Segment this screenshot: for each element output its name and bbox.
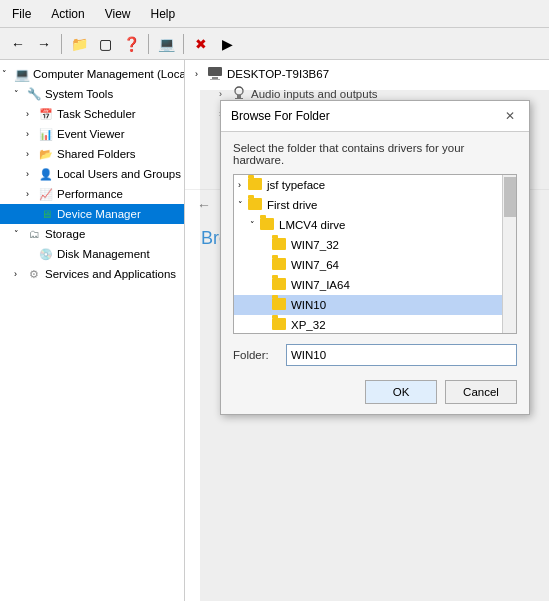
folder-icon-win7-ia64	[272, 278, 288, 292]
tree-item-device-manager[interactable]: 🖥 Device Manager	[0, 204, 184, 224]
delete-button[interactable]: ✖	[189, 32, 213, 56]
toolbar: ← → 📁 ▢ ❓ 💻 ✖ ▶	[0, 28, 549, 60]
tree-label-event-viewer: Event Viewer	[57, 128, 180, 140]
scrollbar[interactable]	[502, 175, 516, 333]
tree-label-storage: Storage	[45, 228, 180, 240]
folder-item-win7-ia64[interactable]: WIN7_IA64	[234, 275, 502, 295]
menu-view[interactable]: View	[101, 5, 135, 23]
dialog-body: Select the folder that contains drivers …	[221, 132, 529, 414]
tree-label-performance: Performance	[57, 188, 180, 200]
run-button[interactable]: ▶	[215, 32, 239, 56]
ok-button[interactable]: OK	[365, 380, 437, 404]
tree-label-system-tools: System Tools	[45, 88, 180, 100]
tree-item-local-users[interactable]: › 👤 Local Users and Groups	[0, 164, 184, 184]
tree-item-performance[interactable]: › 📈 Performance	[0, 184, 184, 204]
scrollbar-thumb[interactable]	[504, 177, 516, 217]
tree-item-disk-management[interactable]: 💿 Disk Management	[0, 244, 184, 264]
tree-label-services: Services and Applications	[45, 268, 180, 280]
tree-item-event-viewer[interactable]: › 📊 Event Viewer	[0, 124, 184, 144]
tree-item-storage[interactable]: ˅ 🗂 Storage	[0, 224, 184, 244]
arrow-task-scheduler: ›	[26, 109, 38, 119]
browse-folder-dialog: Browse For Folder ✕ Select the folder th…	[220, 100, 530, 415]
tree-item-system-tools[interactable]: ˅ 🔧 System Tools	[0, 84, 184, 104]
computer-management-icon: 💻	[14, 66, 30, 82]
tree-label-disk-management: Disk Management	[57, 248, 180, 260]
folder-label-lmcv4: LMCV4 dirve	[279, 219, 345, 231]
folder-label-win10: WIN10	[291, 299, 326, 311]
desktop-icon	[207, 66, 223, 82]
folder-item-first-drive[interactable]: ˅ First drive	[234, 195, 502, 215]
help-button[interactable]: ❓	[119, 32, 143, 56]
tree-label-root: Computer Management (Local)	[33, 68, 185, 80]
folder-icon-xp32	[272, 318, 288, 332]
folder-item-jsf[interactable]: › jsf typeface	[234, 175, 502, 195]
arrow-system-tools: ˅	[14, 89, 26, 99]
folder-item-win10[interactable]: WIN10	[234, 295, 502, 315]
arrow-storage: ˅	[14, 229, 26, 239]
folder-icon-jsf	[248, 178, 264, 192]
folder-label-win7-ia64: WIN7_IA64	[291, 279, 350, 291]
menu-action[interactable]: Action	[47, 5, 88, 23]
folder-tree[interactable]: › jsf typeface ˅ First drive	[233, 174, 517, 334]
dialog-close-button[interactable]: ✕	[501, 107, 519, 125]
folder-field-label: Folder:	[233, 349, 278, 361]
folder-input[interactable]	[286, 344, 517, 366]
svg-rect-1	[212, 77, 218, 79]
shared-folders-icon: 📂	[38, 146, 54, 162]
disk-management-icon: 💿	[38, 246, 54, 262]
right-panel: › DESKTOP-T9I3B67 ›	[185, 60, 549, 601]
computer-button[interactable]: 💻	[154, 32, 178, 56]
folder-field: Folder:	[233, 344, 517, 366]
task-scheduler-icon: 📅	[38, 106, 54, 122]
arrow-root: ˅	[2, 69, 14, 79]
arrow-lmcv4: ˅	[250, 220, 260, 230]
system-tools-icon: 🔧	[26, 86, 42, 102]
event-viewer-icon: 📊	[38, 126, 54, 142]
right-tree-label-desktop: DESKTOP-T9I3B67	[227, 68, 329, 80]
local-users-icon: 👤	[38, 166, 54, 182]
dialog-overlay: Browse For Folder ✕ Select the folder th…	[200, 90, 549, 601]
folder-label-jsf: jsf typeface	[267, 179, 325, 191]
folder-icon-win10	[272, 298, 288, 312]
folder-item-lmcv4[interactable]: ˅ LMCV4 dirve	[234, 215, 502, 235]
arrow-jsf: ›	[238, 180, 248, 190]
main-layout: ˅ 💻 Computer Management (Local) ˅ 🔧 Syst…	[0, 60, 549, 601]
menu-help[interactable]: Help	[147, 5, 180, 23]
back-button[interactable]: ←	[6, 32, 30, 56]
folder-button[interactable]: 📁	[67, 32, 91, 56]
toolbar-separator-2	[148, 34, 149, 54]
forward-button[interactable]: →	[32, 32, 56, 56]
tree-item-services[interactable]: › ⚙ Services and Applications	[0, 264, 184, 284]
window-button[interactable]: ▢	[93, 32, 117, 56]
folder-label-win7-32: WIN7_32	[291, 239, 339, 251]
svg-rect-2	[210, 79, 220, 80]
tree-label-task-scheduler: Task Scheduler	[57, 108, 180, 120]
dialog-title-bar: Browse For Folder ✕	[221, 101, 529, 132]
folder-icon-first-drive	[248, 198, 264, 212]
menu-bar: File Action View Help	[0, 0, 549, 28]
folder-label-win7-64: WIN7_64	[291, 259, 339, 271]
folder-label-xp32: XP_32	[291, 319, 326, 331]
folder-item-xp32[interactable]: XP_32	[234, 315, 502, 334]
arrow-first-drive: ˅	[238, 200, 248, 210]
arrow-shared-folders: ›	[26, 149, 38, 159]
dialog-description: Select the folder that contains drivers …	[233, 142, 517, 166]
tree-label-shared-folders: Shared Folders	[57, 148, 180, 160]
folder-icon-lmcv4	[260, 218, 276, 232]
cancel-button[interactable]: Cancel	[445, 380, 517, 404]
tree-item-shared-folders[interactable]: › 📂 Shared Folders	[0, 144, 184, 164]
device-manager-icon: 🖥	[38, 206, 54, 222]
arrow-event-viewer: ›	[26, 129, 38, 139]
tree-label-local-users: Local Users and Groups	[57, 168, 181, 180]
arrow-desktop: ›	[195, 69, 207, 79]
svg-rect-0	[208, 67, 222, 76]
storage-icon: 🗂	[26, 226, 42, 242]
menu-file[interactable]: File	[8, 5, 35, 23]
right-tree-desktop[interactable]: › DESKTOP-T9I3B67	[193, 64, 541, 84]
arrow-services: ›	[14, 269, 26, 279]
folder-item-win7-32[interactable]: WIN7_32	[234, 235, 502, 255]
tree-item-task-scheduler[interactable]: › 📅 Task Scheduler	[0, 104, 184, 124]
tree-item-root[interactable]: ˅ 💻 Computer Management (Local)	[0, 64, 184, 84]
performance-icon: 📈	[38, 186, 54, 202]
folder-item-win7-64[interactable]: WIN7_64	[234, 255, 502, 275]
